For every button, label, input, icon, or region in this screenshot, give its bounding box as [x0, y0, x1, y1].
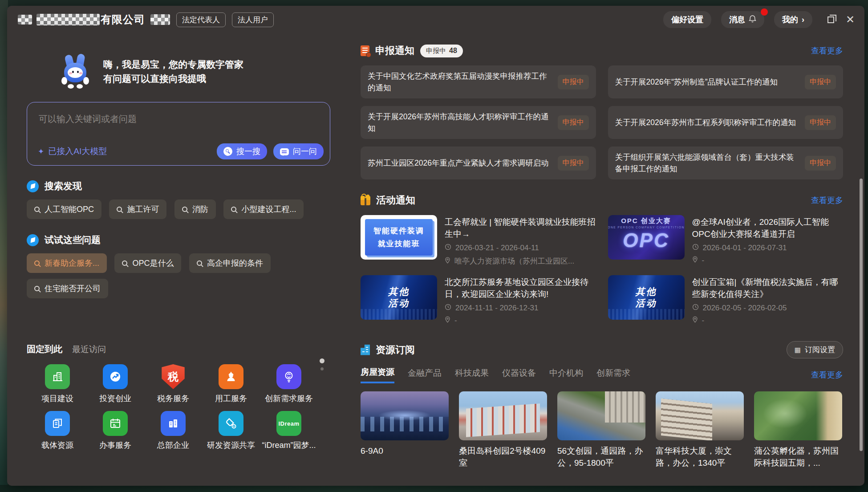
my-account-button[interactable]: 我的 › — [774, 11, 812, 28]
resource-card[interactable]: 富华科技大厦，崇文路，办公，1340平 — [656, 391, 744, 469]
ai-model-badge: ✦ 已接入AI大模型 — [38, 146, 107, 157]
notice-card[interactable]: 关于开展2026年苏州市高技能人才职称评审工作的通知 申报中 — [361, 106, 596, 139]
discover-chip[interactable]: 消防 — [174, 199, 216, 219]
resources-see-more-link[interactable]: 查看更多 — [811, 370, 843, 380]
pin-here-label[interactable]: 固定到此 — [27, 343, 62, 355]
tab-instruments[interactable]: 仪器设备 — [502, 367, 536, 382]
desktop-wallpaper-bottom — [0, 485, 868, 492]
app-rd-resource-sharing[interactable]: 研发资源共享 — [202, 411, 260, 451]
activity-card[interactable]: 其他 活动 北交所江苏服务基地设立园区企业接待日，欢迎园区企业来访来询! 202… — [361, 275, 596, 325]
location-pin-icon — [692, 256, 698, 265]
resource-card[interactable]: 桑田岛科创园2号楼409室 — [459, 391, 547, 469]
discover-chip[interactable]: 施工许可 — [109, 199, 166, 219]
pagination-dot[interactable] — [320, 367, 324, 370]
question-chip[interactable]: 高企申报的条件 — [189, 253, 271, 273]
question-chip[interactable]: OPC是什么 — [114, 253, 181, 273]
app-carrier-resources[interactable]: 载体资源 — [28, 411, 86, 451]
app-affairs-service[interactable]: 办事服务 — [86, 411, 144, 451]
compass-icon — [27, 180, 39, 192]
left-column: 嗨，我是易宝，您的专属数字管家 有问题可以直接向我提哦 可以输入关键词或者问题 … — [18, 33, 332, 451]
search-icon — [34, 286, 40, 291]
section-title: 试试这些问题 — [45, 234, 101, 246]
status-badge: 申报中 — [558, 75, 589, 89]
location-pin-icon — [445, 316, 450, 325]
tab-intermediaries[interactable]: 中介机构 — [549, 367, 583, 382]
resource-photo — [754, 391, 842, 440]
tab-housing-resources[interactable]: 房屋资源 — [361, 366, 394, 383]
app-idream-park[interactable]: IDream “iDream”园梦... — [260, 411, 318, 451]
app-grid-pagination[interactable] — [320, 358, 324, 370]
resource-card[interactable]: 56文创园，通园路，办公，95-1800平 — [557, 391, 645, 469]
greeting-line-1: 嗨，我是易宝，您的专属数字管家 — [103, 57, 243, 72]
resources-section-header: 资源订阅 ▦ 订阅设置 — [361, 341, 843, 358]
activity-thumbnail: 其他 活动 — [361, 275, 437, 320]
subscription-settings-button[interactable]: ▦ 订阅设置 — [787, 341, 843, 358]
app-investment-startup[interactable]: 投资创业 — [86, 364, 144, 404]
tax-shield-icon: 税 — [161, 364, 186, 389]
censored-company-name-block — [18, 15, 32, 24]
declare-section-header: 申报通知 申报中 48 查看更多 — [361, 44, 843, 57]
activity-card[interactable]: 其他 活动 创业百宝箱|《新增值税法实施后，有哪些新变化值得关注》 2026-0… — [608, 275, 844, 325]
activity-card[interactable]: OPC 创业大赛 ONE PERSON COMPANY COMPETITION … — [608, 215, 844, 266]
ask-button[interactable]: 问一问 — [273, 143, 324, 159]
location-pin-icon — [692, 316, 698, 325]
notice-card[interactable]: 关于中国文化艺术政府奖第五届动漫奖申报推荐工作的通知 申报中 — [361, 65, 596, 98]
app-employment-service[interactable]: 用工服务 — [202, 364, 260, 404]
resource-card[interactable]: 6-9A0 — [361, 391, 449, 469]
titlebar: 有限公司 法定代表人 法人用户 偏好设置 消息 我的 › ✕ — [7, 6, 864, 33]
notice-card[interactable]: 关于开展2026年“苏州制造”品牌认证工作的通知 申报中 — [608, 65, 844, 98]
activity-section-header: 活动通知 查看更多 — [361, 194, 843, 207]
recent-visits-label[interactable]: 最近访问 — [72, 344, 106, 355]
window-close-icon[interactable]: ✕ — [846, 14, 855, 25]
clock-icon — [692, 304, 699, 313]
tab-tech-achievements[interactable]: 科技成果 — [455, 367, 489, 382]
search-input[interactable]: 可以输入关键词或者问题 — [39, 113, 137, 125]
app-innovation-demand[interactable]: 创新需求服务 — [260, 364, 318, 404]
chevron-right-icon: › — [802, 15, 804, 24]
declare-status-pill[interactable]: 申报中 48 — [420, 45, 463, 57]
declare-status-count: 48 — [449, 47, 457, 55]
clock-icon — [445, 304, 451, 313]
section-title: 搜索发现 — [45, 180, 82, 192]
question-chip[interactable]: 住宅能否开公司 — [27, 279, 108, 298]
try-questions-header: 试试这些问题 — [27, 234, 332, 246]
resource-photo — [656, 391, 744, 440]
scrollbar-thumb[interactable] — [860, 179, 863, 451]
window-restore-icon[interactable] — [827, 16, 834, 23]
tab-financial-products[interactable]: 金融产品 — [408, 367, 442, 382]
assistant-greeting-row: 嗨，我是易宝，您的专属数字管家 有问题可以直接向我提哦 — [63, 55, 332, 89]
resource-cards: 6-9A0 桑田岛科创园2号楼409室 56文创园，通园路，办公，95-1800… — [361, 391, 843, 469]
idream-icon: IDream — [276, 411, 301, 436]
question-chip-highlighted[interactable]: 新春助企服务... — [27, 253, 107, 273]
search-button[interactable]: 搜一搜 — [217, 143, 267, 159]
notification-dot — [761, 8, 768, 16]
notice-card[interactable]: 关于开展2026年苏州市工程系列职称评审工作的通知 申报中 — [608, 106, 844, 139]
pagination-dot-active[interactable] — [320, 358, 324, 363]
trend-arrow-icon — [103, 364, 128, 389]
app-headquarters-enterprise[interactable]: 总部企业 — [144, 411, 202, 451]
search-discover-header: 搜索发现 — [27, 180, 332, 192]
activity-card[interactable]: 智能硬件装调 就业技能班 工会帮就业 | 智能硬件装调就业技能班招生中→ 202… — [361, 215, 596, 266]
search-icon — [34, 207, 40, 212]
resource-card[interactable]: 蒲公英孵化器，苏州国际科技园五期，... — [754, 391, 842, 469]
tab-innovation-demand[interactable]: 创新需求 — [596, 367, 630, 382]
status-badge: 申报中 — [805, 75, 836, 89]
messages-button[interactable]: 消息 — [721, 11, 764, 28]
censored-badge-block — [150, 14, 170, 25]
preferences-button[interactable]: 偏好设置 — [663, 11, 711, 28]
bell-icon — [749, 15, 756, 25]
app-tax-service[interactable]: 税 税务服务 — [144, 364, 202, 404]
notice-card[interactable]: 关于组织开展第六批能源领域首台（套）重大技术装备申报工作的通知 申报中 — [608, 146, 844, 179]
assistant-search-card[interactable]: 可以输入关键词或者问题 ✦ 已接入AI大模型 搜一搜 问一问 — [27, 102, 330, 166]
magnifier-icon — [223, 147, 232, 156]
app-window: 有限公司 法定代表人 法人用户 偏好设置 消息 我的 › ✕ — [7, 6, 864, 486]
activity-see-more-link[interactable]: 查看更多 — [811, 195, 843, 206]
status-badge: 申报中 — [805, 156, 836, 171]
discover-chip[interactable]: 小型建设工程... — [223, 199, 304, 219]
assistant-greeting: 嗨，我是易宝，您的专属数字管家 有问题可以直接向我提哦 — [103, 57, 243, 86]
declare-see-more-link[interactable]: 查看更多 — [811, 45, 843, 56]
discover-chip[interactable]: 人工智能OPC — [27, 199, 101, 219]
notice-card[interactable]: 苏州工业园区2026年重点产业紧缺人才需求调研启动 申报中 — [361, 146, 596, 179]
search-icon — [122, 260, 127, 266]
app-project-construction[interactable]: 项目建设 — [28, 364, 86, 404]
